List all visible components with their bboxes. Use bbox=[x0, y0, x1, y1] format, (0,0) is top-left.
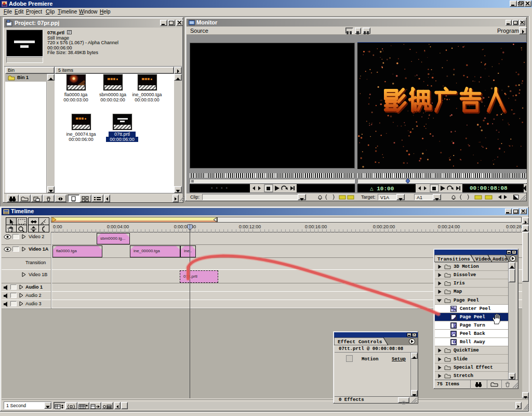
svg-text:Video: Video bbox=[475, 256, 490, 262]
svg-text:Audio: Audio bbox=[493, 256, 508, 262]
svg-text:Effect Controls: Effect Controls bbox=[338, 339, 382, 345]
svg-text:Transitions: Transitions bbox=[437, 256, 470, 262]
